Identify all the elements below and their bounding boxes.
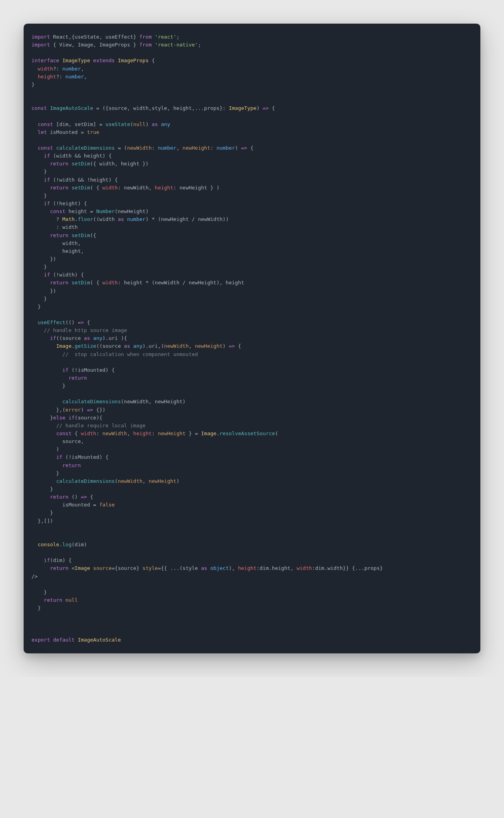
- code-token: null: [133, 121, 145, 127]
- code-token: export: [32, 637, 50, 643]
- code-token: =>: [78, 319, 84, 325]
- code-token: [69, 280, 72, 286]
- code-token: [53, 145, 56, 151]
- code-token: useEffect: [38, 319, 65, 325]
- code-token: as: [152, 121, 158, 127]
- code-token: 'react': [155, 34, 176, 40]
- code-token: (dim): [72, 542, 87, 547]
- code-token: [90, 335, 93, 341]
- code-token: return: [69, 375, 87, 381]
- code-token: if: [44, 177, 50, 183]
- code-token: [32, 478, 56, 484]
- code-token: ,: [189, 343, 195, 349]
- code-token: [152, 42, 155, 48]
- code-token: newHeight: [195, 343, 222, 349]
- code-token: calculateDimensions: [56, 145, 115, 151]
- code-token: number: [127, 216, 146, 222]
- code-token: getSize: [75, 343, 96, 349]
- code-token: }: [32, 470, 59, 476]
- code-token: 'react-native': [155, 42, 198, 48]
- code-token: else: [53, 415, 65, 421]
- code-token: =>: [87, 407, 93, 413]
- code-token: :: [96, 430, 102, 436]
- code-token: }): [32, 288, 56, 294]
- code-token: ;: [198, 42, 201, 48]
- code-token: [32, 185, 50, 191]
- code-token: number: [217, 145, 235, 151]
- code-token: {: [84, 319, 90, 325]
- code-token: [32, 343, 56, 349]
- code-token: const: [32, 105, 47, 111]
- code-token: [32, 542, 38, 547]
- code-token: if: [44, 272, 50, 278]
- code-token: resolveAssetSource: [220, 430, 275, 436]
- code-token: ({ width, height }): [90, 161, 149, 167]
- code-token: {: [247, 145, 254, 151]
- code-token: ImageAutoScale: [78, 637, 121, 643]
- code-token: newWidth: [102, 430, 127, 436]
- code-token: [69, 161, 72, 167]
- code-token: [65, 415, 69, 421]
- code-token: number: [62, 66, 81, 72]
- code-token: [32, 208, 50, 214]
- code-token: return: [44, 597, 62, 603]
- code-token: console: [38, 542, 59, 547]
- code-token: : newWidth,: [118, 185, 155, 191]
- code-token: number: [158, 145, 176, 151]
- code-token: [32, 66, 38, 72]
- code-token: [90, 565, 93, 571]
- code-token: (: [115, 478, 118, 484]
- code-token: Math: [62, 216, 74, 222]
- code-token: [115, 58, 118, 63]
- code-token: (!isMounted) {: [62, 454, 108, 460]
- code-token: (!width && !height) {: [50, 177, 118, 183]
- code-token: height: [133, 430, 152, 436]
- code-token: ;: [176, 34, 180, 40]
- code-token: ImageType: [229, 105, 256, 111]
- code-token: <: [69, 565, 75, 571]
- code-token: [32, 232, 50, 238]
- code-token: newHeight: [183, 145, 210, 151]
- code-token: [152, 34, 155, 40]
- code-token: [32, 121, 38, 127]
- code-token: from: [139, 42, 152, 48]
- code-token: [69, 185, 72, 191]
- code-token: [32, 129, 38, 135]
- code-token: [32, 153, 44, 159]
- code-token: height: [155, 185, 173, 191]
- code-token: [32, 399, 62, 404]
- code-token: const: [50, 208, 65, 214]
- code-token: =>: [241, 145, 247, 151]
- code-token: log: [62, 542, 71, 547]
- code-token: },[]): [32, 518, 53, 524]
- code-token: return: [50, 232, 69, 238]
- code-token: ={{ ...(style: [158, 565, 201, 571]
- code-token: {}): [93, 407, 106, 413]
- code-token: ): [146, 121, 152, 127]
- code-token: [32, 200, 44, 206]
- code-token: [32, 375, 69, 381]
- code-token: { View, Image, ImageProps }: [50, 42, 139, 48]
- code-token: newHeight: [148, 478, 176, 484]
- code-token: object: [210, 565, 229, 571]
- code-token: [32, 367, 62, 373]
- code-token: null: [65, 597, 78, 603]
- code-token: ): [176, 478, 180, 484]
- code-token: return: [50, 565, 69, 571]
- code-token: newWidth: [127, 145, 152, 151]
- code-token: ({: [90, 232, 96, 238]
- code-token: if: [44, 153, 50, 159]
- code-token: height: [38, 74, 56, 80]
- code-token: if: [62, 367, 69, 373]
- code-token: ImageType: [62, 58, 90, 63]
- code-token: as: [201, 565, 208, 571]
- code-token: ): [256, 105, 263, 111]
- code-token: : width: [32, 224, 78, 230]
- code-token: [32, 272, 44, 278]
- code-token: return: [50, 494, 69, 500]
- code-token: useState: [106, 121, 130, 127]
- code-token: [32, 145, 38, 151]
- code-token: :dim.width}} {...props}: [312, 565, 383, 571]
- code-token: ,: [81, 66, 84, 72]
- code-token: Image: [56, 343, 72, 349]
